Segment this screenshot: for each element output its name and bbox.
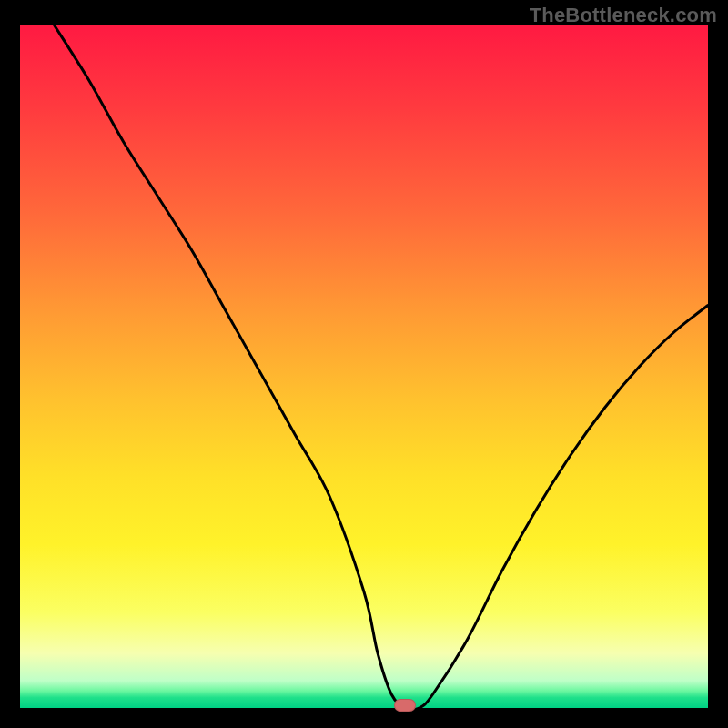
bottleneck-curve <box>20 25 708 708</box>
plot-area <box>20 25 708 708</box>
chart-frame: TheBottleneck.com <box>0 0 728 728</box>
optimal-point-marker <box>394 699 416 712</box>
watermark-text: TheBottleneck.com <box>530 4 717 27</box>
